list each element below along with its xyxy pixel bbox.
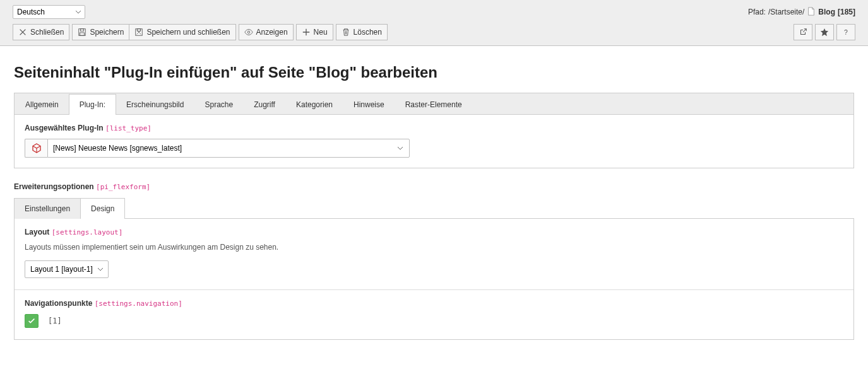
tab-raster[interactable]: Raster-Elemente (395, 94, 473, 115)
path-label: Pfad: (748, 8, 766, 16)
tab-zugriff[interactable]: Zugriff (243, 94, 286, 115)
close-label: Schließen (30, 28, 64, 37)
tab-hinweise[interactable]: Hinweise (343, 94, 395, 115)
subtab-design[interactable]: Design (80, 198, 125, 219)
path-id: [185] (838, 8, 855, 16)
bookmark-button[interactable] (815, 24, 834, 40)
delete-label: Löschen (354, 28, 382, 37)
main-tabs: Allgemein Plug-In: Erscheinungsbild Spra… (14, 93, 854, 115)
view-button[interactable]: Anzeigen (239, 24, 294, 40)
navigation-key: [settings.navigation] (95, 300, 182, 308)
doc-header: Deutsch Pfad: /Startseite/ Blog [185] Sc… (0, 0, 868, 46)
flexform-label-text: Erweiterungsoptionen (14, 182, 94, 191)
external-link-icon (799, 28, 807, 37)
new-button[interactable]: Neu (296, 24, 333, 40)
close-icon (18, 28, 27, 37)
page-title: Seiteninhalt "Plug-In einfügen" auf Seit… (14, 64, 854, 81)
module-body: Seiteninhalt "Plug-In einfügen" auf Seit… (0, 46, 868, 359)
layout-key: [settings.layout] (52, 228, 123, 236)
page-icon (807, 7, 816, 18)
navigation-value: [1] (48, 317, 62, 325)
navigation-label: Navigationspunkte [settings.navigation] (25, 299, 843, 308)
save-close-icon (134, 28, 143, 37)
save-close-button[interactable]: Speichern und schließen (129, 24, 235, 40)
tab-sprache[interactable]: Sprache (194, 94, 244, 115)
svg-rect-1 (81, 29, 84, 32)
layout-label: Layout [settings.layout] (25, 228, 843, 236)
navigation-label-text: Navigationspunkte (25, 299, 92, 308)
flexform-key: [pi_flexform] (96, 183, 150, 191)
toolbar: Schließen Speichern Speichern und schlie… (13, 24, 855, 40)
save-icon (78, 28, 86, 37)
plugin-type-icon (25, 139, 47, 158)
new-label: Neu (314, 28, 328, 37)
tab-plugin[interactable]: Plug-In: (69, 94, 116, 115)
subtab-einstellungen[interactable]: Einstellungen (14, 198, 81, 219)
save-button[interactable]: Speichern (72, 24, 129, 40)
svg-rect-2 (80, 33, 85, 35)
path-page: Blog (818, 8, 835, 16)
plugin-field-key: [list_type] (105, 124, 152, 132)
layout-label-text: Layout (25, 228, 49, 236)
close-button[interactable]: Schließen (13, 24, 69, 40)
delete-button[interactable]: Löschen (336, 24, 388, 40)
navigation-field: Navigationspunkte [settings.navigation] … (25, 299, 843, 328)
plugin-label-text: Ausgewähltes Plug-In (25, 124, 104, 132)
help-icon: ? (841, 28, 850, 37)
navigation-checkbox[interactable] (25, 314, 39, 328)
svg-point-5 (247, 31, 250, 33)
help-button[interactable]: ? (836, 24, 855, 40)
tab-erscheinungsbild[interactable]: Erscheinungsbild (116, 94, 194, 115)
star-icon (820, 28, 829, 37)
plugin-field-label: Ausgewähltes Plug-In [list_type] (25, 124, 843, 132)
save-close-label: Speichern und schließen (146, 28, 230, 37)
plugin-select[interactable]: [News] Neueste News [sgnews_latest] (47, 139, 410, 158)
breadcrumb: Pfad: /Startseite/ Blog [185] (748, 7, 855, 18)
flexform-panel: Layout [settings.layout] Layouts müssen … (14, 219, 854, 340)
save-label: Speichern (90, 28, 124, 37)
layout-field: Layout [settings.layout] Layouts müssen … (25, 228, 843, 278)
plus-icon (302, 28, 311, 37)
flexform-label: Erweiterungsoptionen [pi_flexform] (14, 182, 854, 191)
flexform-tabs: Einstellungen Design (14, 197, 854, 219)
open-new-window-button[interactable] (794, 24, 812, 40)
path-segment: /Startseite/ (768, 8, 804, 16)
svg-text:?: ? (844, 28, 848, 36)
tab-kategorien[interactable]: Kategorien (285, 94, 343, 115)
eye-icon (244, 28, 253, 37)
layout-select[interactable]: Layout 1 [layout-1] (25, 260, 109, 278)
trash-icon (342, 28, 350, 37)
language-select[interactable]: Deutsch (13, 5, 85, 19)
view-label: Anzeigen (256, 28, 288, 37)
tab-allgemein[interactable]: Allgemein (15, 94, 69, 115)
layout-help: Layouts müssen implementiert sein um Aus… (25, 243, 843, 252)
plugin-section: Ausgewähltes Plug-In [list_type] [News] … (14, 115, 854, 168)
